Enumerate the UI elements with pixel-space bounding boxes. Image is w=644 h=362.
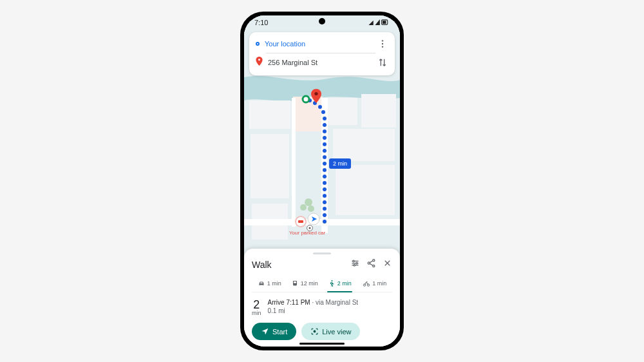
svg-point-16 xyxy=(323,213,327,217)
tab-bike-label: 1 min xyxy=(372,280,386,287)
svg-point-30 xyxy=(323,123,327,127)
start-button-label: Start xyxy=(272,328,287,336)
svg-point-32 xyxy=(321,110,325,114)
origin-field[interactable]: Your location xyxy=(265,40,370,48)
status-time: 7:10 xyxy=(254,19,268,26)
svg-rect-13 xyxy=(244,219,400,225)
destination-field[interactable]: 256 Marginal St xyxy=(268,59,370,66)
camera-punch-hole xyxy=(319,18,325,24)
svg-point-46 xyxy=(382,43,383,44)
svg-point-42 xyxy=(309,227,311,229)
route-duration-unit: min xyxy=(252,310,261,316)
svg-point-47 xyxy=(382,46,383,47)
svg-point-49 xyxy=(353,260,355,262)
svg-rect-14 xyxy=(292,98,296,227)
destination-pin-icon xyxy=(256,57,263,68)
svg-point-17 xyxy=(323,207,327,211)
svg-point-26 xyxy=(323,149,327,153)
svg-point-18 xyxy=(323,200,327,204)
tab-drive-label: 1 min xyxy=(267,280,281,287)
svg-point-45 xyxy=(382,40,383,41)
directions-sheet[interactable]: Walk 1 min 12 min xyxy=(244,249,400,347)
mode-tabs: 1 min 12 min 2 min 1 min xyxy=(252,276,392,292)
svg-point-19 xyxy=(323,194,327,198)
home-indicator[interactable] xyxy=(299,343,345,345)
route-time-chip: 2 min xyxy=(329,158,351,169)
svg-point-9 xyxy=(305,198,312,206)
route-duration: 2 min xyxy=(252,299,261,316)
svg-point-10 xyxy=(300,204,307,211)
svg-point-36 xyxy=(303,96,309,102)
svg-rect-7 xyxy=(336,165,395,215)
svg-point-24 xyxy=(323,162,327,166)
tab-bike[interactable]: 1 min xyxy=(357,276,393,292)
svg-point-20 xyxy=(323,187,327,191)
options-icon[interactable] xyxy=(350,258,360,271)
svg-point-29 xyxy=(323,129,327,133)
svg-point-51 xyxy=(354,264,355,266)
svg-point-11 xyxy=(308,205,314,212)
svg-point-33 xyxy=(318,105,322,109)
svg-rect-4 xyxy=(361,94,396,128)
svg-point-25 xyxy=(323,155,327,159)
svg-rect-1 xyxy=(249,100,290,129)
live-view-button-label: Live view xyxy=(322,328,351,336)
svg-rect-3 xyxy=(327,98,357,125)
phone-frame: 2 min Your parked car 7:10 Your location xyxy=(240,12,404,350)
svg-point-31 xyxy=(323,117,327,120)
route-duration-value: 2 xyxy=(253,299,260,310)
svg-point-28 xyxy=(323,136,327,140)
more-icon[interactable] xyxy=(375,37,390,51)
tab-transit-label: 12 min xyxy=(301,280,318,287)
start-button[interactable]: Start xyxy=(252,323,296,340)
svg-point-55 xyxy=(331,280,332,281)
svg-rect-5 xyxy=(251,134,289,198)
svg-rect-40 xyxy=(298,220,303,223)
svg-point-27 xyxy=(323,142,327,146)
svg-point-50 xyxy=(356,262,358,264)
tab-walk[interactable]: 2 min xyxy=(322,276,357,292)
swap-icon[interactable] xyxy=(375,55,390,70)
via-label: · via Marginal St xyxy=(310,299,358,306)
sheet-title: Walk xyxy=(252,260,350,270)
svg-rect-44 xyxy=(383,21,386,24)
share-icon[interactable] xyxy=(366,258,376,271)
tab-walk-label: 2 min xyxy=(337,280,352,287)
status-indicators xyxy=(368,19,390,27)
arrive-label: Arrive 7:11 PM xyxy=(268,299,310,306)
svg-point-37 xyxy=(314,92,317,95)
sheet-grab-handle[interactable] xyxy=(313,252,331,254)
svg-point-58 xyxy=(314,330,316,332)
svg-rect-6 xyxy=(333,129,395,161)
parked-car-label: Your parked car xyxy=(289,231,325,236)
directions-card: Your location 256 Marginal St xyxy=(249,32,395,75)
distance-label: 0.1 mi xyxy=(268,307,359,314)
live-view-button[interactable]: Live view xyxy=(301,323,360,340)
tab-transit[interactable]: 12 min xyxy=(287,276,323,292)
svg-point-15 xyxy=(323,220,327,224)
svg-point-21 xyxy=(323,181,327,185)
tab-drive[interactable]: 1 min xyxy=(252,276,287,292)
svg-point-48 xyxy=(258,59,260,61)
close-icon[interactable] xyxy=(383,258,392,271)
svg-point-22 xyxy=(323,175,327,178)
origin-dot-icon xyxy=(256,42,260,46)
svg-point-23 xyxy=(323,168,327,172)
